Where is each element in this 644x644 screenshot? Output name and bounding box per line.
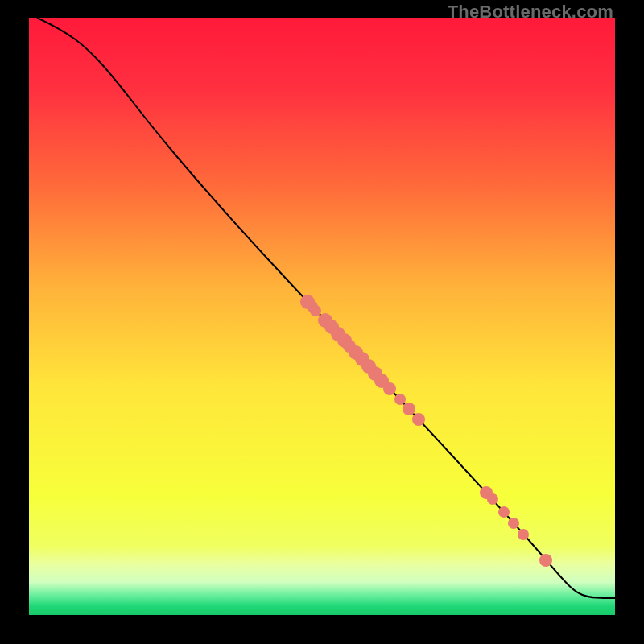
marker-point bbox=[498, 506, 510, 518]
marker-point bbox=[412, 413, 425, 426]
marker-point bbox=[487, 493, 498, 505]
marker-point bbox=[310, 305, 321, 316]
highlight-markers bbox=[300, 295, 552, 567]
marker-point bbox=[402, 402, 415, 415]
marker-point bbox=[508, 518, 519, 529]
marker-point bbox=[383, 382, 396, 395]
plot-area bbox=[29, 18, 615, 615]
watermark-text: TheBottleneck.com bbox=[448, 2, 613, 23]
chart-frame: TheBottleneck.com bbox=[0, 0, 644, 644]
marker-point bbox=[518, 529, 529, 540]
marker-point bbox=[539, 554, 552, 567]
marker-point bbox=[394, 394, 406, 405]
curve-layer bbox=[29, 18, 615, 615]
bottleneck-curve bbox=[37, 18, 615, 598]
